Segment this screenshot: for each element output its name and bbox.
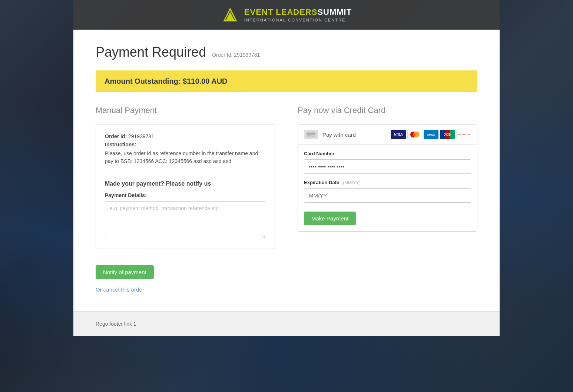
manual-payment-section: Manual Payment Order Id: 291939781 Instr… (96, 106, 275, 293)
divider (105, 173, 266, 173)
manual-payment-heading: Manual Payment (96, 106, 275, 115)
page-wrapper: EVENT LEADERS SUMMIT INTERNATIONAL CONVE… (73, 0, 500, 358)
cc-header-left: Pay with card (304, 130, 356, 139)
make-payment-button[interactable]: Make Payment (304, 212, 356, 225)
outstanding-banner: Amount Outstanding: $110.00 AUD (96, 70, 477, 92)
instructions-block: Instructions: (105, 142, 266, 147)
page-title-row: Payment Required Order Id: 291939781 (96, 44, 477, 60)
payment-details-textarea[interactable] (105, 201, 266, 238)
amex-logo: AMEX (424, 130, 438, 139)
expiry-input[interactable] (304, 188, 471, 203)
credit-card-heading: Pay now via Credit Card (298, 106, 477, 115)
card-logos: VISA (391, 130, 471, 139)
header-subtitle: INTERNATIONAL CONVENTION CENTRE (244, 18, 352, 22)
site-header: EVENT LEADERS SUMMIT INTERNATIONAL CONVE… (73, 0, 500, 30)
instructions-text: Please, use order id as reference number… (105, 150, 266, 165)
cancel-order-link[interactable]: Or cancel this order (96, 286, 275, 293)
header-event-leaders: EVENT LEADERS (244, 7, 318, 17)
discover-logo: DISCOVER (456, 130, 471, 139)
card-icon (304, 130, 318, 139)
header-title-line: EVENT LEADERS SUMMIT (244, 7, 352, 17)
manual-payment-box: Order Id: 291939781 Instructions: Please… (96, 124, 275, 249)
outstanding-amount: Amount Outstanding: $110.00 AUD (105, 77, 228, 85)
visa-logo: VISA (391, 130, 406, 139)
expiry-label-main: Expiration Date (304, 180, 339, 185)
mastercard-logo (407, 130, 422, 139)
order-id-label: Order Id: 291939781 (212, 52, 260, 58)
pay-with-card-text: Pay with card (322, 132, 356, 138)
logo-icon (221, 6, 239, 24)
instructions-key: Instructions: (105, 142, 136, 147)
mastercard-svg (409, 131, 420, 138)
svg-rect-4 (307, 133, 315, 134)
card-svg-icon (307, 132, 315, 137)
order-id-info: Order Id: 291939781 (105, 133, 266, 139)
expiry-row: Expiration Date (MM/YY) (304, 180, 471, 185)
cc-header: Pay with card VISA (298, 124, 477, 145)
svg-rect-5 (308, 135, 311, 136)
card-number-label: Card Number (304, 151, 471, 156)
two-column-layout: Manual Payment Order Id: 291939781 Instr… (96, 106, 477, 293)
expiry-format: (MM/YY) (343, 180, 360, 185)
credit-card-section: Pay now via Credit Card (298, 106, 477, 232)
credit-card-box: Pay with card VISA (298, 124, 477, 232)
header-summit: SUMMIT (317, 7, 352, 17)
order-id-value: 291939781 (128, 133, 154, 139)
header-text-group: EVENT LEADERS SUMMIT INTERNATIONAL CONVE… (244, 7, 352, 22)
payment-details-label: Payment Details: (105, 192, 266, 198)
main-card: Payment Required Order Id: 291939781 Amo… (73, 30, 500, 311)
footer-link-1: Rego footer link 1 (96, 321, 136, 327)
notify-heading: Made your payment? Please notify us (105, 180, 266, 187)
page-title: Payment Required (96, 44, 206, 60)
order-id-key: Order Id: (105, 133, 127, 139)
page-footer: Rego footer link 1 (73, 311, 500, 336)
notify-button[interactable]: Notify of payment (96, 265, 154, 279)
cc-body: Card Number Expiration Date (MM/YY) Make… (298, 145, 477, 231)
card-number-input[interactable] (304, 159, 471, 174)
jcb-logo: JCB (440, 130, 455, 139)
